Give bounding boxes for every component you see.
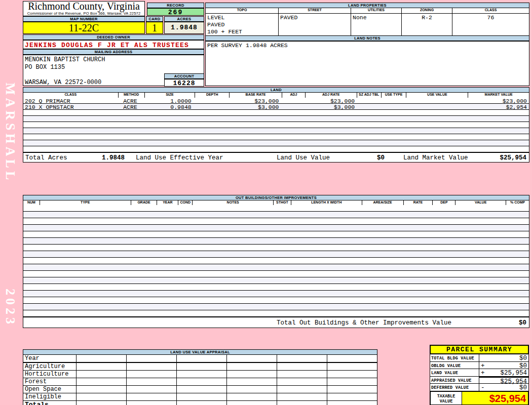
land-use-appraisal-cell [127, 371, 177, 378]
out-buildings-total-label: Total Out Buildings & Other Improvements… [277, 319, 451, 327]
land-use-appraisal-row: Horticulture [23, 371, 377, 378]
land-use-appraisal-cell [177, 378, 227, 385]
land-cell [382, 104, 407, 109]
land-cell: $3,000 [229, 104, 281, 109]
land-use-appraisal-cell [177, 393, 227, 400]
land-use-appraisal-row-label: Forest [23, 378, 77, 385]
out-buildings-empty-row [23, 205, 529, 212]
land-data-row: 210 X OPNSTACRACRE0.9848$3,000$3,000$2,9… [23, 104, 529, 110]
county-title: Richmond County, Virginia [23, 2, 144, 11]
land-use-appraisal-cell [327, 355, 377, 362]
land-use-appraisal-cell [77, 393, 127, 400]
out-buildings-column-header: NOTES [193, 200, 274, 205]
acres-value: 1.9848 [164, 22, 204, 34]
land-use-appraisal-row: Open Space [23, 386, 377, 393]
street-value: PAVED [279, 14, 351, 35]
out-buildings-empty-row [23, 258, 529, 264]
land-properties-column-header: UTILITIES [351, 8, 402, 13]
land-use-appraisal-cell [77, 378, 127, 385]
land-use-appraisal-cell [127, 401, 177, 405]
out-buildings-empty-row [23, 218, 529, 225]
land-use-appraisal-cell [227, 378, 277, 385]
out-buildings-empty-row [23, 245, 529, 251]
taxable-value-row: TAXABLE VALUE $25,954 [430, 391, 529, 405]
out-buildings-column-header: LENGTH X WIDTH [291, 200, 362, 205]
land-column-header: METHOD [119, 93, 145, 98]
total-acres-label: Total Acres [25, 154, 67, 161]
land-totals-row: Total Acres 1.9848 Land Use Effective Ye… [23, 152, 529, 163]
topo-line: PAVED [207, 21, 278, 28]
land-properties-column-header: TOPO [206, 8, 279, 13]
land-use-appraisal-cell [177, 355, 227, 362]
land-cell: $23,000 [306, 98, 357, 103]
land-use-appraisal-cell [277, 378, 327, 385]
land-cell: $23,000 [469, 98, 529, 103]
topo-line: LEVEL [207, 14, 278, 21]
land-use-appraisal-row-label: Ineligible [23, 393, 77, 400]
land-column-header: SIZE [145, 93, 196, 98]
land-use-appraisal-cell [327, 393, 377, 400]
land-use-appraisal-row: Totals [23, 401, 377, 405]
record-box: RECORD 269 [147, 3, 204, 16]
land-use-appraisal-cell [177, 371, 227, 378]
land-use-effective-year-label: Land Use Effective Year [136, 154, 223, 161]
land-empty-row [23, 146, 529, 152]
land-cell: ACRE [116, 98, 143, 103]
land-notes-title: LAND NOTES [205, 35, 529, 41]
land-use-appraisal-cell [177, 363, 227, 370]
land-empty-row [23, 116, 529, 122]
out-buildings-column-header: AREA/SIZE [362, 200, 404, 205]
parcel-summary-row-label: OBLDG VALUE [430, 362, 479, 370]
out-buildings-totals-row: Total Out Buildings & Other Improvements… [23, 317, 529, 328]
parcel-summary-amount: $25,954 [500, 370, 527, 377]
out-buildings-empty-row [23, 264, 529, 271]
land-use-appraisal-cell [327, 378, 377, 385]
land-market-value-label: Land Market Value [403, 154, 468, 161]
land-cell: $23,000 [229, 98, 281, 103]
land-use-value: $0 [377, 154, 385, 161]
taxable-value-label: TAXABLE VALUE [431, 392, 462, 404]
sidebar-vertical-name: MARSHALL [3, 83, 18, 183]
land-cell [382, 98, 407, 103]
mailing-address-line: PO BOX 1135 [25, 64, 204, 71]
land-properties-title: LAND PROPERTIES [205, 3, 529, 8]
land-use-appraisal-row-label: Totals [23, 401, 77, 405]
land-use-appraisal-row-label: Year [23, 355, 77, 362]
land-cell: $3,000 [306, 104, 357, 109]
parcel-summary-row-label: TOTAL BLDG VALUE [430, 354, 479, 362]
map-number-value: 11-22C [23, 22, 145, 34]
land-use-appraisal-cell [227, 393, 277, 400]
land-column-header: MARKET VALUE [468, 93, 529, 98]
land-use-appraisal-cell [177, 401, 227, 405]
land-use-appraisal-row-label: Horticulture [23, 371, 77, 378]
land-table-title: LAND [23, 87, 529, 93]
land-column-header: SZ ADJ TBL [357, 93, 382, 98]
account-box: ACCOUNT 16228 [164, 73, 204, 87]
parcel-summary-rows: TOTAL BLDG VALUE$0OBLDG VALUE+$0LAND VAL… [430, 354, 529, 391]
land-cell [194, 98, 229, 103]
map-number-label: MAP NUMBER [23, 16, 145, 22]
land-empty-row [23, 140, 529, 146]
card-value: 1 [146, 22, 163, 34]
out-buildings-body [23, 205, 529, 317]
out-buildings-column-header: STHGT [274, 200, 291, 205]
parcel-summary-amount: $0 [519, 355, 527, 362]
out-buildings-empty-row [23, 251, 529, 258]
land-use-appraisal-cell [327, 386, 377, 393]
land-cell [357, 98, 382, 103]
parcel-summary-row-value: +$25,954 [479, 369, 528, 377]
parcel-summary-title: PARCEL SUMMARY [430, 345, 529, 354]
parcel-summary-row: OBLDG VALUE+$0 [430, 362, 528, 370]
land-use-appraisal-cell [127, 378, 177, 385]
land-empty-row [23, 122, 529, 128]
land-cell: 0.9848 [143, 104, 194, 109]
land-table-body: 202 Q PRIMACRACRE1.0000$23,000$23,000$23… [23, 98, 529, 152]
land-use-appraisal-cell [277, 371, 327, 378]
land-use-appraisal-row: Year [23, 355, 377, 363]
land-use-appraisal-cell [77, 401, 127, 405]
out-buildings-empty-row [23, 225, 529, 231]
deeded-owner-label: DEEDED OWNER [23, 34, 204, 40]
land-table: LAND CLASSMETHODSIZEDEPTHBASE RATEADJADJ… [23, 87, 529, 163]
land-use-value-label: Land Use Value [277, 154, 330, 161]
land-empty-row [23, 134, 529, 140]
